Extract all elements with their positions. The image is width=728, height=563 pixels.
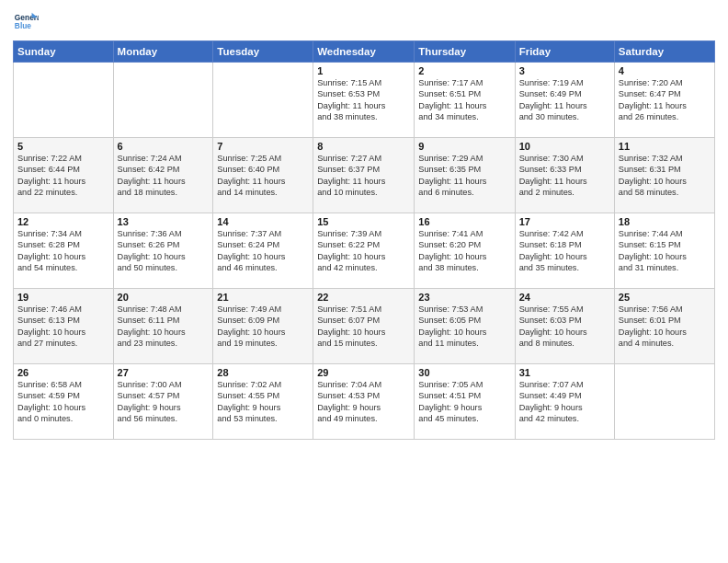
day-number: 31 <box>519 367 610 378</box>
calendar-cell: 12Sunrise: 7:34 AM Sunset: 6:28 PM Dayli… <box>14 213 114 289</box>
day-info: Sunrise: 7:00 AM Sunset: 4:57 PM Dayligh… <box>118 379 210 425</box>
calendar-cell: 28Sunrise: 7:02 AM Sunset: 4:55 PM Dayli… <box>213 364 313 440</box>
calendar-cell: 3Sunrise: 7:19 AM Sunset: 6:49 PM Daylig… <box>515 63 614 138</box>
day-info: Sunrise: 7:46 AM Sunset: 6:13 PM Dayligh… <box>17 304 109 350</box>
weekday-header: Saturday <box>614 41 714 63</box>
day-info: Sunrise: 7:22 AM Sunset: 6:44 PM Dayligh… <box>17 153 109 199</box>
calendar-week-row: 26Sunrise: 6:58 AM Sunset: 4:59 PM Dayli… <box>14 364 715 440</box>
weekday-header: Thursday <box>415 41 515 63</box>
logo: General Blue <box>13 9 42 35</box>
calendar-cell: 17Sunrise: 7:42 AM Sunset: 6:18 PM Dayli… <box>515 213 614 289</box>
day-info: Sunrise: 7:37 AM Sunset: 6:24 PM Dayligh… <box>217 228 309 274</box>
day-number: 11 <box>619 141 711 152</box>
calendar-cell: 9Sunrise: 7:29 AM Sunset: 6:35 PM Daylig… <box>415 138 515 213</box>
day-number: 13 <box>118 216 210 227</box>
day-info: Sunrise: 7:34 AM Sunset: 6:28 PM Dayligh… <box>17 228 109 274</box>
day-number: 16 <box>418 216 510 227</box>
day-number: 4 <box>619 65 711 76</box>
day-number: 22 <box>317 292 410 303</box>
calendar-cell: 26Sunrise: 6:58 AM Sunset: 4:59 PM Dayli… <box>14 364 114 440</box>
day-number: 30 <box>418 367 510 378</box>
calendar-cell: 19Sunrise: 7:46 AM Sunset: 6:13 PM Dayli… <box>14 289 114 364</box>
day-number: 26 <box>17 367 109 378</box>
calendar-cell: 4Sunrise: 7:20 AM Sunset: 6:47 PM Daylig… <box>614 63 714 138</box>
day-info: Sunrise: 7:15 AM Sunset: 6:53 PM Dayligh… <box>317 77 410 123</box>
day-number: 27 <box>118 367 210 378</box>
day-info: Sunrise: 7:53 AM Sunset: 6:05 PM Dayligh… <box>418 304 510 350</box>
weekday-header: Friday <box>515 41 614 63</box>
day-info: Sunrise: 7:20 AM Sunset: 6:47 PM Dayligh… <box>619 77 711 123</box>
calendar-cell <box>614 364 714 440</box>
calendar-cell: 1Sunrise: 7:15 AM Sunset: 6:53 PM Daylig… <box>313 63 415 138</box>
header: General Blue <box>13 9 715 35</box>
day-info: Sunrise: 7:36 AM Sunset: 6:26 PM Dayligh… <box>118 228 210 274</box>
logo-icon: General Blue <box>13 9 39 35</box>
day-info: Sunrise: 7:41 AM Sunset: 6:20 PM Dayligh… <box>418 228 510 274</box>
calendar-cell <box>213 63 313 138</box>
calendar-week-row: 19Sunrise: 7:46 AM Sunset: 6:13 PM Dayli… <box>14 289 715 364</box>
day-info: Sunrise: 7:42 AM Sunset: 6:18 PM Dayligh… <box>519 228 610 274</box>
weekday-header: Monday <box>113 41 213 63</box>
page: General Blue SundayMondayTuesdayWednesda… <box>0 0 728 563</box>
calendar-header-row: SundayMondayTuesdayWednesdayThursdayFrid… <box>14 41 715 63</box>
svg-text:Blue: Blue <box>15 21 31 30</box>
day-number: 7 <box>217 141 309 152</box>
calendar-cell: 29Sunrise: 7:04 AM Sunset: 4:53 PM Dayli… <box>313 364 415 440</box>
calendar-cell: 11Sunrise: 7:32 AM Sunset: 6:31 PM Dayli… <box>614 138 714 213</box>
calendar-cell <box>14 63 114 138</box>
day-info: Sunrise: 7:32 AM Sunset: 6:31 PM Dayligh… <box>619 153 711 199</box>
day-info: Sunrise: 7:04 AM Sunset: 4:53 PM Dayligh… <box>317 379 410 425</box>
day-info: Sunrise: 7:56 AM Sunset: 6:01 PM Dayligh… <box>619 304 711 350</box>
day-info: Sunrise: 7:51 AM Sunset: 6:07 PM Dayligh… <box>317 304 410 350</box>
day-info: Sunrise: 7:02 AM Sunset: 4:55 PM Dayligh… <box>217 379 309 425</box>
day-number: 12 <box>17 216 109 227</box>
day-number: 23 <box>418 292 510 303</box>
day-number: 9 <box>418 141 510 152</box>
day-number: 3 <box>519 65 610 76</box>
day-number: 21 <box>217 292 309 303</box>
calendar-cell: 22Sunrise: 7:51 AM Sunset: 6:07 PM Dayli… <box>313 289 415 364</box>
calendar-cell <box>113 63 213 138</box>
calendar-cell: 20Sunrise: 7:48 AM Sunset: 6:11 PM Dayli… <box>113 289 213 364</box>
calendar-cell: 21Sunrise: 7:49 AM Sunset: 6:09 PM Dayli… <box>213 289 313 364</box>
calendar-cell: 8Sunrise: 7:27 AM Sunset: 6:37 PM Daylig… <box>313 138 415 213</box>
calendar-cell: 31Sunrise: 7:07 AM Sunset: 4:49 PM Dayli… <box>515 364 614 440</box>
calendar-cell: 10Sunrise: 7:30 AM Sunset: 6:33 PM Dayli… <box>515 138 614 213</box>
calendar-cell: 15Sunrise: 7:39 AM Sunset: 6:22 PM Dayli… <box>313 213 415 289</box>
calendar-week-row: 5Sunrise: 7:22 AM Sunset: 6:44 PM Daylig… <box>14 138 715 213</box>
day-info: Sunrise: 6:58 AM Sunset: 4:59 PM Dayligh… <box>17 379 109 425</box>
day-info: Sunrise: 7:17 AM Sunset: 6:51 PM Dayligh… <box>418 77 510 123</box>
calendar-cell: 13Sunrise: 7:36 AM Sunset: 6:26 PM Dayli… <box>113 213 213 289</box>
day-info: Sunrise: 7:24 AM Sunset: 6:42 PM Dayligh… <box>118 153 210 199</box>
day-number: 1 <box>317 65 410 76</box>
calendar-week-row: 12Sunrise: 7:34 AM Sunset: 6:28 PM Dayli… <box>14 213 715 289</box>
day-info: Sunrise: 7:27 AM Sunset: 6:37 PM Dayligh… <box>317 153 410 199</box>
day-number: 18 <box>619 216 711 227</box>
calendar-week-row: 1Sunrise: 7:15 AM Sunset: 6:53 PM Daylig… <box>14 63 715 138</box>
day-number: 8 <box>317 141 410 152</box>
day-number: 25 <box>619 292 711 303</box>
day-number: 2 <box>418 65 510 76</box>
day-info: Sunrise: 7:49 AM Sunset: 6:09 PM Dayligh… <box>217 304 309 350</box>
day-info: Sunrise: 7:29 AM Sunset: 6:35 PM Dayligh… <box>418 153 510 199</box>
calendar-cell: 27Sunrise: 7:00 AM Sunset: 4:57 PM Dayli… <box>113 364 213 440</box>
calendar-cell: 25Sunrise: 7:56 AM Sunset: 6:01 PM Dayli… <box>614 289 714 364</box>
weekday-header: Sunday <box>14 41 114 63</box>
calendar-cell: 6Sunrise: 7:24 AM Sunset: 6:42 PM Daylig… <box>113 138 213 213</box>
day-info: Sunrise: 7:07 AM Sunset: 4:49 PM Dayligh… <box>519 379 610 425</box>
calendar-cell: 5Sunrise: 7:22 AM Sunset: 6:44 PM Daylig… <box>14 138 114 213</box>
day-number: 5 <box>17 141 109 152</box>
day-number: 15 <box>317 216 410 227</box>
day-info: Sunrise: 7:48 AM Sunset: 6:11 PM Dayligh… <box>118 304 210 350</box>
day-info: Sunrise: 7:55 AM Sunset: 6:03 PM Dayligh… <box>519 304 610 350</box>
calendar-cell: 14Sunrise: 7:37 AM Sunset: 6:24 PM Dayli… <box>213 213 313 289</box>
calendar-cell: 7Sunrise: 7:25 AM Sunset: 6:40 PM Daylig… <box>213 138 313 213</box>
day-number: 6 <box>118 141 210 152</box>
calendar-cell: 2Sunrise: 7:17 AM Sunset: 6:51 PM Daylig… <box>415 63 515 138</box>
calendar-cell: 24Sunrise: 7:55 AM Sunset: 6:03 PM Dayli… <box>515 289 614 364</box>
day-number: 28 <box>217 367 309 378</box>
calendar-cell: 30Sunrise: 7:05 AM Sunset: 4:51 PM Dayli… <box>415 364 515 440</box>
calendar-cell: 16Sunrise: 7:41 AM Sunset: 6:20 PM Dayli… <box>415 213 515 289</box>
day-number: 20 <box>118 292 210 303</box>
day-info: Sunrise: 7:25 AM Sunset: 6:40 PM Dayligh… <box>217 153 309 199</box>
